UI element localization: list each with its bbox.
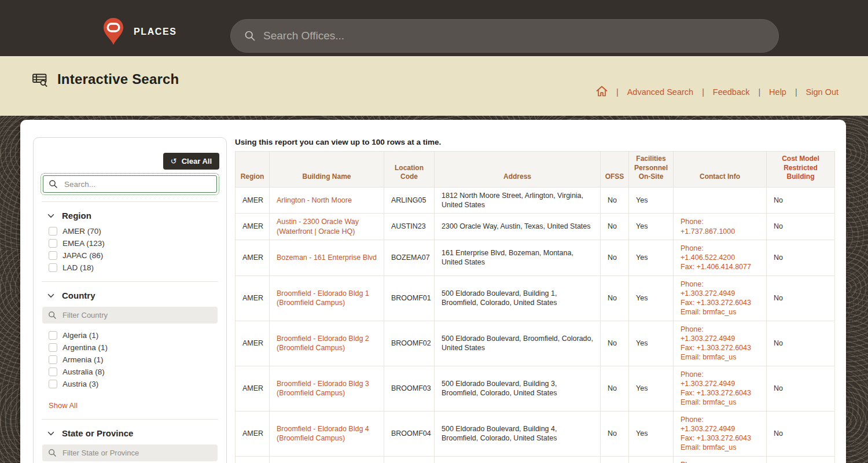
cell-region: AMER [236,214,270,240]
contact-info-link[interactable]: Phone: +1.303.272.4949 [681,280,759,299]
building-name-link[interactable]: Broomfield - Eldorado Bldg 4 (Broomfield… [277,425,369,442]
checkbox[interactable] [49,368,57,376]
checkbox[interactable] [49,251,57,260]
building-name-link[interactable]: Broomfield - Eldorado Bldg 3 (Broomfield… [277,380,369,397]
contact-info-link[interactable]: Fax: +1.303.272.6043 [681,433,759,443]
table-header-row: Region Building Name Location Code Addre… [236,152,835,188]
checkbox[interactable] [49,355,57,364]
office-search-input[interactable] [262,29,765,43]
state-filter-input[interactable] [61,448,212,458]
checkbox[interactable] [49,331,57,340]
contact-info-link[interactable]: Fax: +1.303.272.6043 [681,298,759,307]
contact-info-link[interactable]: Phone: +1.737.867.1000 [681,217,759,236]
nav-feedback[interactable]: Feedback [713,87,750,97]
filter-checkbox-item[interactable]: Argentina (1) [49,343,219,352]
checkbox[interactable] [49,263,57,272]
cell-building-name: Austin - 2300 Oracle Way (Waterfront | O… [270,214,384,240]
cell-facilities-personnel: Yes [629,187,674,214]
filter-checkbox-item[interactable]: Australia (8) [49,368,219,376]
filter-checkbox-item[interactable]: AMER (70) [49,227,219,236]
contact-info-link[interactable]: Fax: +1.303.272.6043 [681,343,759,352]
filter-sidebar: ↺ Clear All Region AMER (70)EMEA [33,137,227,463]
country-section-header[interactable]: Country [41,282,219,300]
contact-info-link[interactable]: Phone: +1.406.522.4200 [681,244,759,263]
cell-region: AMER [236,321,270,366]
building-name-link[interactable]: Broomfield - Eldorado Bldg 1 (Broomfield… [277,289,369,307]
table-row: AMERBroomfield - Eldorado Bldg 2 (Broomf… [236,321,835,366]
home-icon[interactable] [596,86,608,97]
country-section-title: Country [62,291,95,300]
cell-region: AMER [236,456,270,463]
cell-facilities-personnel: Yes [629,456,674,463]
sidebar-search-input[interactable] [63,179,211,189]
building-name-link[interactable]: Arlington - North Moore [277,196,352,204]
clear-all-button[interactable]: ↺ Clear All [163,153,219,170]
country-filter-input[interactable] [61,310,212,320]
checkbox[interactable] [49,239,57,248]
country-show-all-link[interactable]: Show All [41,398,219,419]
cell-ofss: No [601,275,629,321]
checkbox[interactable] [49,227,57,236]
table-row: AMERArlington - North MooreARLING051812 … [236,187,835,214]
cell-facilities-personnel: Yes [629,240,674,275]
contact-info-link[interactable]: Fax: +1.406.414.8077 [681,262,759,271]
filter-checkbox-item[interactable]: Armenia (1) [49,355,219,364]
contact-info-link[interactable]: Phone: +1.303.272.4949 [681,415,759,434]
region-filter-list: AMER (70)EMEA (123)JAPAC (86)LAD (18) [41,221,219,281]
filter-checkbox-item[interactable]: EMEA (123) [49,239,219,248]
cell-facilities-personnel: Yes [629,214,674,240]
nav-sign-out[interactable]: Sign Out [806,87,838,97]
contact-info-link[interactable]: Phone: +1.303.272.4949 [681,460,759,463]
sidebar-search-box[interactable] [43,175,217,193]
report-area: Using this report you can view up to 100… [235,138,837,463]
table-row: AMERBroomfield - Eldorado Bldg 5 (Broomf… [236,456,835,463]
contact-info-link[interactable]: Email: brmfac_us [681,443,759,452]
page-header: Interactive Search | Advanced Search | F… [0,56,868,116]
cell-ofss: No [601,411,629,456]
cell-ofss: No [601,456,629,463]
office-search-bar[interactable] [230,19,779,53]
clear-all-label: Clear All [182,157,212,166]
cell-building-name: Broomfield - Eldorado Bldg 1 (Broomfield… [270,275,384,321]
cell-facilities-personnel: Yes [629,275,674,321]
contact-info-link[interactable]: Phone: +1.303.272.4949 [681,325,759,344]
app-logo[interactable]: PLACES [103,17,177,46]
filter-checkbox-item[interactable]: JAPAC (86) [49,251,219,260]
nav-help[interactable]: Help [769,87,786,97]
cell-region: AMER [236,187,270,214]
cell-cost-model: No [767,366,835,411]
contact-info-link[interactable]: Phone: +1.303.272.4949 [681,370,759,389]
contact-info-link[interactable]: Fax: +1.303.272.6043 [681,388,759,398]
filter-checkbox-item[interactable]: LAD (18) [49,263,219,272]
cell-location-code: BOZEMA07 [384,240,435,275]
building-name-link[interactable]: Broomfield - Eldorado Bldg 2 (Broomfield… [277,335,369,352]
state-filter-box[interactable] [42,444,218,461]
filter-checkbox-item[interactable]: Algeria (1) [49,331,219,340]
building-name-link[interactable]: Austin - 2300 Oracle Way (Waterfront | O… [277,218,359,235]
cell-location-code: BROOMF01 [384,275,435,321]
cell-contact-info: Phone: +1.737.867.1000 [674,214,767,240]
checkbox[interactable] [49,380,57,388]
chevron-down-icon [47,431,54,436]
checkbox[interactable] [49,343,57,352]
checkbox-label: AMER (70) [62,227,101,236]
region-section-header[interactable]: Region [41,202,219,221]
contact-info-link[interactable]: Email: brmfac_us [681,352,759,362]
cell-contact-info: Phone: +1.303.272.4949Fax: +1.303.272.60… [674,411,767,456]
building-name-link[interactable]: Bozeman - 161 Enterprise Blvd [277,253,377,262]
state-section-header[interactable]: State or Province [41,420,219,438]
cell-address: 500 Eldorado Boulevard, Building 5, Broo… [435,456,601,463]
col-location-code: Location Code [384,152,435,188]
cell-facilities-personnel: Yes [629,366,674,411]
cell-building-name: Broomfield - Eldorado Bldg 4 (Broomfield… [270,411,384,456]
contact-info-link[interactable]: Email: brmfac_us [681,398,759,407]
country-filter-box[interactable] [42,307,218,324]
search-icon [48,311,57,319]
nav-advanced-search[interactable]: Advanced Search [627,87,693,97]
cell-ofss: No [601,187,629,214]
cell-contact-info: Phone: +1.406.522.4200Fax: +1.406.414.80… [674,240,767,275]
cell-address: 500 Eldorado Boulevard, Building 4, Broo… [435,411,601,456]
checkbox-label: Armenia (1) [62,355,104,364]
contact-info-link[interactable]: Email: brmfac_us [681,307,759,317]
filter-checkbox-item[interactable]: Austria (3) [49,380,219,388]
